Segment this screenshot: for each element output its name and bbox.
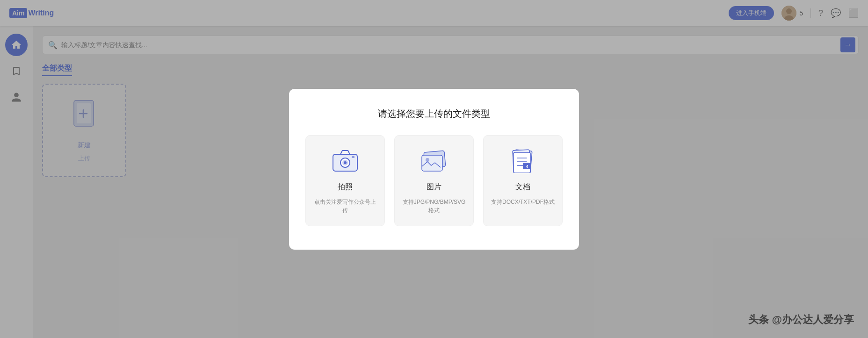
modal-overlay[interactable]: 请选择您要上传的文件类型 拍照 点击关注爱写作公众号上传: [0, 0, 868, 338]
file-type-modal: 请选择您要上传的文件类型 拍照 点击关注爱写作公众号上传: [289, 89, 579, 250]
modal-title: 请选择您要上传的文件类型: [378, 108, 490, 120]
image-icon: [420, 149, 448, 177]
svg-point-14: [426, 158, 429, 162]
svg-rect-11: [352, 156, 354, 158]
camera-option-name: 拍照: [338, 182, 353, 192]
modal-option-image[interactable]: 图片 支持JPG/PNG/BMP/SVG格式: [394, 135, 474, 226]
modal-options: 拍照 点击关注爱写作公众号上传 图片 支持JPG/PNG/BMP/SVG格式: [305, 135, 563, 226]
document-option-desc: 支持DOCX/TXT/PDF格式: [491, 198, 555, 206]
modal-option-document[interactable]: 4 文档 支持DOCX/TXT/PDF格式: [483, 135, 563, 226]
svg-text:4: 4: [526, 164, 528, 169]
svg-point-10: [344, 161, 347, 164]
modal-option-camera[interactable]: 拍照 点击关注爱写作公众号上传: [305, 135, 385, 226]
camera-option-desc: 点击关注爱写作公众号上传: [313, 198, 377, 215]
document-icon: 4: [509, 149, 537, 177]
svg-rect-13: [422, 155, 442, 171]
image-option-desc: 支持JPG/PNG/BMP/SVG格式: [402, 198, 466, 215]
image-option-name: 图片: [427, 182, 441, 192]
document-option-name: 文档: [515, 182, 530, 192]
camera-icon: [331, 149, 359, 177]
